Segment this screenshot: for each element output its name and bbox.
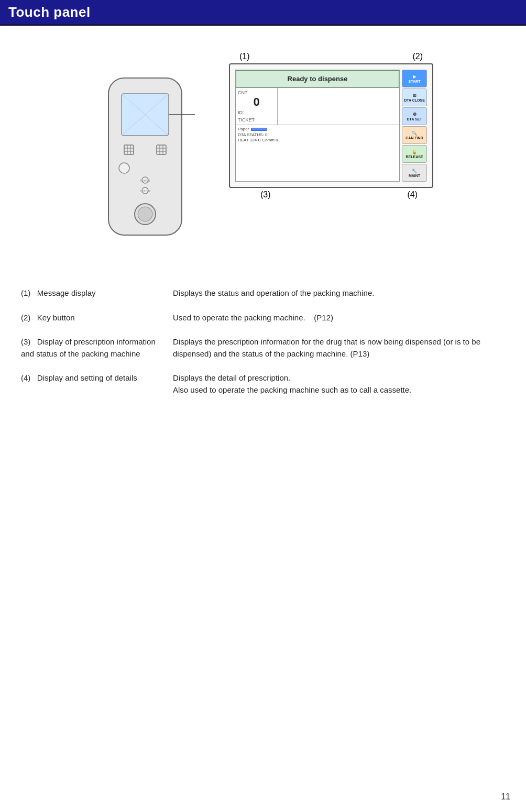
release-icon: 🔓: [412, 150, 417, 154]
message-display: Ready to dispense: [236, 70, 399, 87]
labels-bottom: (3) (4): [229, 188, 433, 199]
dta-set-label: DTA SET: [407, 117, 422, 121]
dta-close-icon: ⊡: [413, 93, 417, 98]
desc-item-1: (1) Message display Displays the status …: [21, 287, 505, 299]
desc-title-4: Display and setting of details: [37, 373, 137, 382]
start-button[interactable]: ▶ START: [402, 70, 427, 87]
dta-set-icon: ⚙: [413, 112, 417, 117]
desc-item-2: (2) Key button Used to operate the packi…: [21, 312, 505, 324]
svg-text:CUTTER: CUTTER: [140, 190, 151, 193]
diagram-area: POWER CUTTER (1) (2): [21, 41, 505, 261]
labels-top: (1) (2): [229, 52, 433, 63]
paper-label: Paper: [238, 127, 249, 131]
svg-point-20: [138, 207, 152, 221]
label-4: (4): [407, 190, 418, 199]
can-find-label: CAN FIND: [406, 136, 423, 140]
label-1: (1): [239, 52, 250, 61]
start-icon: ▶: [413, 74, 416, 79]
desc-item-3: (3) Display of prescription informationa…: [21, 336, 505, 360]
desc-label-3: (3) Display of prescription informationa…: [21, 336, 173, 360]
cnt-label: CNT: [238, 90, 275, 95]
desc-item-4: (4) Display and setting of details Displ…: [21, 372, 505, 396]
desc-title-1: Message display: [37, 288, 96, 297]
desc-title-3: Display of prescription informationand s…: [21, 337, 156, 358]
machine-illustration: POWER CUTTER: [93, 73, 213, 253]
release-label: RELEASE: [406, 155, 423, 159]
desc-num-3: (3): [21, 337, 35, 346]
dta-close-label: DTA CLOSE: [404, 98, 425, 102]
status-area: Paper DTA STATUS: 0 HEAT 124 C Comm 0: [236, 125, 399, 144]
label-2: (2): [412, 52, 423, 61]
ticket-label: TICKET:: [238, 117, 275, 123]
heat-status: HEAT 124 C Comm 0: [238, 138, 397, 142]
desc-text-2: Used to operate the packing machine. (P1…: [173, 312, 505, 324]
release-button[interactable]: 🔓 RELEASE: [402, 145, 427, 163]
screen-area: Ready to dispense CNT 0 ID: TICKET:: [235, 70, 427, 182]
page-header: Touch panel: [0, 0, 526, 26]
desc-num-2: (2): [21, 313, 35, 322]
start-label: START: [409, 80, 421, 83]
key-buttons: ▶ START ⊡ DTA CLOSE ⚙ DTA SET 🔍: [402, 70, 427, 182]
desc-num-4: (4): [21, 373, 35, 382]
message-text: Ready to dispense: [288, 75, 348, 83]
screen-left: Ready to dispense CNT 0 ID: TICKET:: [235, 70, 400, 182]
maint-label: MAINT: [409, 174, 420, 177]
desc-text-3: Displays the prescription information fo…: [173, 336, 505, 360]
page-title: Touch panel: [8, 4, 91, 20]
maint-icon: 🔧: [412, 169, 417, 173]
label-3: (3): [260, 190, 271, 199]
maint-button[interactable]: 🔧 MAINT: [402, 164, 427, 182]
panel-diagram: (1) (2) Ready to dispense CNT: [229, 52, 433, 199]
cnt-value: 0: [238, 96, 275, 108]
desc-num-1: (1): [21, 288, 35, 297]
main-content: POWER CUTTER (1) (2): [0, 26, 526, 429]
desc-text-1: Displays the status and operation of the…: [173, 287, 505, 299]
desc-label-4: (4) Display and setting of details: [21, 372, 173, 384]
svg-text:POWER: POWER: [140, 179, 150, 182]
desc-text-4: Displays the detail of prescription. Als…: [173, 372, 505, 396]
desc-title-2: Key button: [37, 313, 75, 322]
desc-label-1: (1) Message display: [21, 287, 173, 299]
prescription-right: [278, 88, 399, 125]
page-number: 11: [501, 792, 510, 802]
can-find-button[interactable]: 🔍 CAN FIND: [402, 126, 427, 144]
paper-bar: [251, 128, 267, 131]
prescription-area: CNT 0 ID: TICKET:: [236, 87, 399, 125]
dta-set-button[interactable]: ⚙ DTA SET: [402, 107, 427, 125]
dta-close-button[interactable]: ⊡ DTA CLOSE: [402, 88, 427, 106]
prescription-left: CNT 0 ID: TICKET:: [236, 88, 278, 125]
svg-point-14: [119, 163, 129, 173]
description-list: (1) Message display Displays the status …: [21, 287, 505, 396]
desc-label-2: (2) Key button: [21, 312, 173, 324]
panel-box: Ready to dispense CNT 0 ID: TICKET:: [229, 63, 433, 188]
dta-status: DTA STATUS: 0: [238, 132, 397, 137]
can-find-icon: 🔍: [412, 131, 417, 136]
id-label: ID:: [238, 110, 275, 115]
paper-row: Paper: [238, 127, 397, 131]
